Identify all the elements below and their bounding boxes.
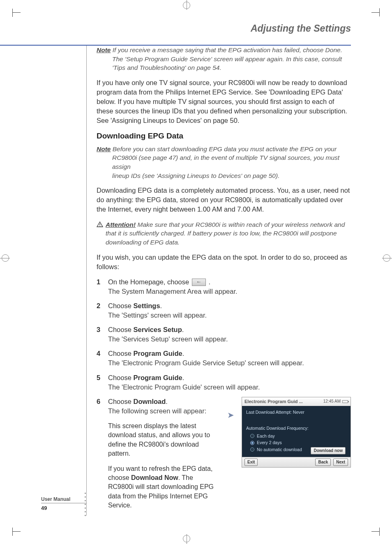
- step-bold: Settings: [133, 302, 160, 309]
- step-number: 4: [97, 349, 102, 368]
- header-title: Adjusting the Settings: [251, 23, 351, 34]
- next-button[interactable]: Next: [333, 459, 348, 466]
- radio-label: No automatic download: [257, 447, 302, 453]
- crop-corner: [12, 12, 21, 21]
- step-number: 6: [97, 397, 102, 516]
- note-text: 'Tips and Troubleshooting' on page 54.: [97, 63, 351, 72]
- note-text: lineup IDs (see 'Assigning Lineups to De…: [97, 171, 351, 180]
- step-text: .: [160, 302, 162, 309]
- page-footer: User Manual 49: [41, 496, 86, 511]
- step-text: Choose: [108, 374, 133, 381]
- section-heading: Downloading EPG Data: [97, 131, 351, 141]
- step-text: Choose: [108, 302, 133, 309]
- paragraph: If you wish, you can update the EPG data…: [97, 253, 351, 272]
- back-button[interactable]: Back: [315, 459, 331, 466]
- page-number: 49: [41, 505, 86, 511]
- step-text: .: [166, 398, 168, 405]
- note-2: Note Before you can start downloading EP…: [97, 145, 351, 180]
- content: Note If you receive a message saying tha…: [86, 46, 351, 516]
- footer-label: User Manual: [41, 496, 86, 502]
- note-text: If you receive a message saying that the…: [113, 46, 342, 53]
- device-title: Electronic Program Guid ...: [244, 399, 303, 405]
- device-screenshot: Electronic Program Guid ... 12:45 AM Las…: [242, 397, 351, 468]
- step-sub: The 'Settings' screen will appear.: [108, 311, 207, 319]
- step-sub: The 'Electronic Program Guide Service Se…: [108, 359, 304, 367]
- page-header: Adjusting the Settings: [0, 23, 392, 37]
- step-2: 2 Choose Settings. The 'Settings' screen…: [97, 301, 351, 320]
- step-sub: The following screen will appear:: [108, 407, 206, 415]
- crop-corner: [371, 523, 380, 532]
- note-text: Before you can start downloading EPG dat…: [113, 145, 337, 152]
- device-time: 12:45 AM: [323, 399, 348, 404]
- exit-button[interactable]: Exit: [244, 459, 258, 466]
- paragraph: Downloading EPG data is a completely aut…: [97, 186, 351, 214]
- step-extra: This screen displays the latest download…: [108, 422, 214, 459]
- device-freq-label: Automatic Download Frequency:: [246, 425, 346, 431]
- step-text: .: [182, 350, 184, 357]
- step-bold: Download Now: [131, 474, 178, 481]
- warning-icon: [97, 221, 103, 227]
- battery-icon: [342, 400, 348, 403]
- radio-icon: [250, 441, 254, 445]
- crop-corner: [12, 523, 21, 532]
- radio-label: Every 2 days: [257, 440, 282, 446]
- step-1: 1 On the Homepage, choose . The System M…: [97, 277, 351, 296]
- step-text: Choose: [108, 398, 133, 405]
- step-number: 1: [97, 277, 102, 296]
- step-sub: The 'Electronic Program Guide' screen wi…: [108, 383, 260, 391]
- note-1: Note If you receive a message saying tha…: [97, 46, 351, 72]
- crop-corner: [371, 12, 380, 21]
- radio-label: Each day: [257, 433, 275, 439]
- step-bold: Program Guide: [133, 350, 182, 357]
- step-number: 2: [97, 301, 102, 320]
- paragraph: If you have only one TV signal source, y…: [97, 78, 351, 125]
- device-time-text: 12:45 AM: [323, 399, 341, 404]
- step-4: 4 Choose Program Guide. The 'Electronic …: [97, 349, 351, 368]
- note-text: RC9800i (see page 47) and, in the event …: [97, 153, 351, 171]
- step-bold: Download: [133, 398, 166, 405]
- device-titlebar: Electronic Program Guid ... 12:45 AM: [242, 397, 350, 406]
- device-body: Last Download Attempt: Never Automatic D…: [242, 406, 350, 456]
- step-bold: Program Guide: [133, 374, 182, 381]
- device-footer: Exit Back Next: [242, 457, 350, 467]
- step-6: 6 Choose Download. The following screen …: [97, 397, 351, 516]
- step-text: Choose: [108, 350, 133, 357]
- step-3: 3 Choose Services Setup. The 'Services S…: [97, 325, 351, 344]
- crop-mark: [183, 2, 190, 9]
- arrow-right-icon: ➤: [222, 397, 234, 421]
- step-text: .: [182, 374, 184, 381]
- svg-point-1: [99, 226, 100, 226]
- attention-block: Attention! Make sure that your RC9800i i…: [97, 220, 351, 247]
- device-radio-option[interactable]: Each day: [250, 433, 346, 439]
- device-last-attempt: Last Download Attempt: Never: [246, 409, 346, 415]
- attention-text: Make sure that your RC9800i is within re…: [106, 221, 345, 246]
- device-radio-option[interactable]: Every 2 days: [250, 440, 346, 446]
- steps-list: 1 On the Homepage, choose . The System M…: [97, 277, 351, 516]
- note-label: Note: [97, 145, 111, 152]
- radio-icon: [250, 434, 254, 438]
- footer-rule: [41, 503, 86, 503]
- step-text: .: [208, 278, 210, 286]
- note-label: Note: [97, 46, 111, 53]
- step-sub: The 'Services Setup' screen will appear.: [108, 335, 228, 343]
- download-now-button[interactable]: Download now: [311, 447, 346, 454]
- step-text: Choose: [108, 326, 133, 333]
- step-text: On the Homepage, choose: [108, 278, 191, 286]
- step-number: 3: [97, 325, 102, 344]
- back-arrow-icon: [192, 279, 206, 286]
- step-sub: The System Management Area will appear.: [108, 288, 238, 295]
- step-5: 5 Choose Program Guide. The 'Electronic …: [97, 373, 351, 392]
- step-text: .: [182, 326, 184, 333]
- step-bold: Services Setup: [133, 326, 182, 333]
- note-text: The 'Setup Program Guide Service' screen…: [97, 55, 351, 64]
- page: Adjusting the Settings Note If you recei…: [0, 23, 392, 521]
- step-number: 5: [97, 373, 102, 392]
- attention-label: Attention!: [106, 221, 136, 228]
- crop-mark: [183, 535, 190, 542]
- decorative-dots: [85, 493, 86, 516]
